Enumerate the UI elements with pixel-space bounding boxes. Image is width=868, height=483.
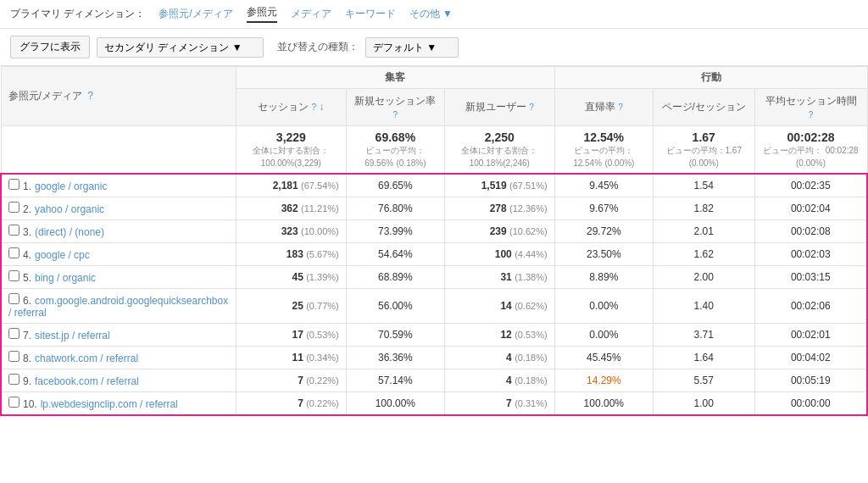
total-new-user-sub1: 全体に対する割合：: [461, 146, 537, 155]
row-checkbox[interactable]: [8, 270, 19, 281]
total-pages-per-session: 1.67: [660, 130, 748, 144]
source-link[interactable]: google / cpc: [35, 249, 90, 261]
new-user-val: 278 (12.36%): [490, 203, 548, 214]
help-session-icon[interactable]: ?: [312, 103, 317, 112]
session-val: 323 (10.00%): [281, 225, 339, 237]
session-val: 7 (0.22%): [298, 375, 339, 386]
row-number: 4.: [23, 249, 31, 261]
table-row: 2.yahoo / organic362 (11.21%)76.80%278 (…: [1, 197, 867, 220]
source-link[interactable]: facebook.com / referral: [35, 375, 139, 387]
row-checkbox[interactable]: [8, 179, 19, 190]
table-row: 10.lp.webdesignclip.com / referral7 (0.2…: [1, 392, 867, 416]
total-new-session-rate: 69.68%: [353, 130, 437, 144]
source-link[interactable]: bing / organic: [35, 272, 96, 284]
row-checkbox[interactable]: [8, 351, 19, 362]
source-link[interactable]: (direct) / (none): [35, 226, 104, 238]
toolbar: グラフに表示 セカンダリ ディメンション ▼ 並び替えの種類： デフォルト ▼: [0, 29, 868, 66]
new-user-val: 239 (10.62%): [490, 225, 548, 237]
total-session: 3,229: [243, 130, 339, 144]
total-bounce-rate: 12.54%: [562, 130, 646, 144]
source-link[interactable]: com.google.android.googlequicksearchbox …: [8, 295, 228, 319]
session-val: 17 (0.53%): [292, 329, 338, 341]
row-number: 5.: [23, 272, 31, 284]
help-bounce-rate-icon[interactable]: ?: [618, 103, 623, 112]
table-row: 5.bing / organic45 (1.39%)68.89%31 (1.38…: [1, 266, 867, 289]
source-link[interactable]: chatwork.com / referral: [35, 353, 138, 364]
total-session-sub2: 100.00%(3,229): [261, 158, 321, 168]
total-session-sub1: 全体に対する割合：: [253, 146, 329, 155]
col-header-new-session-rate[interactable]: 新規セッション率 ?: [346, 89, 444, 126]
total-new-user: 2,250: [452, 130, 548, 144]
session-val: 45 (1.39%): [292, 271, 338, 283]
bounce-rate-val: 14.29%: [587, 375, 621, 386]
col-header-pages-per-session[interactable]: ページ/セッション: [653, 89, 754, 126]
new-user-val: 12 (0.53%): [500, 329, 547, 341]
session-val: 183 (5.67%): [287, 248, 339, 260]
row-checkbox[interactable]: [8, 328, 19, 339]
col-header-session[interactable]: セッション ? ↓: [236, 89, 347, 126]
total-pages-sub2: (0.00%): [689, 158, 719, 168]
col-header-bounce-rate[interactable]: 直帰率 ?: [554, 89, 653, 126]
table-row: 9.facebook.com / referral7 (0.22%)57.14%…: [1, 369, 867, 392]
row-number: 10.: [23, 398, 37, 410]
row-number: 3.: [23, 226, 31, 238]
primary-dim-label: プライマリ ディメンション：: [10, 7, 145, 21]
total-pages-sub1: ビューの平均：1.67: [666, 146, 742, 155]
table-row: 1.google / organic2,181 (67.54%)69.65%1,…: [1, 174, 867, 197]
row-number: 2.: [23, 203, 31, 215]
row-checkbox[interactable]: [8, 293, 19, 304]
row-checkbox[interactable]: [8, 225, 19, 236]
new-user-val: 100 (4.44%): [495, 248, 548, 260]
new-user-val: 1,519 (67.51%): [481, 180, 548, 192]
row-number: 9.: [23, 375, 31, 387]
nav-more[interactable]: その他 ▼: [409, 7, 453, 21]
new-user-val: 31 (1.38%): [500, 271, 547, 283]
row-number: 7.: [23, 330, 31, 341]
new-user-val: 4 (0.18%): [506, 352, 548, 364]
total-row: 3,229 全体に対する割合： 100.00%(3,229) 69.68% ビュ…: [1, 126, 867, 175]
table-row: 4.google / cpc183 (5.67%)54.64%100 (4.44…: [1, 243, 867, 266]
source-link[interactable]: yahoo / organic: [35, 203, 104, 215]
total-avg-session-sub1: ビューの平均：: [763, 146, 822, 155]
total-bounce-rate-sub2: (0.00%): [604, 158, 634, 168]
row-number: 6.: [23, 295, 31, 307]
session-val: 25 (0.77%): [292, 300, 338, 312]
row-checkbox[interactable]: [8, 247, 19, 258]
row-checkbox[interactable]: [8, 397, 19, 408]
new-user-val: 7 (0.31%): [506, 397, 548, 409]
row-number: 8.: [23, 353, 31, 364]
col-header-new-user[interactable]: 新規ユーザー ?: [445, 89, 555, 126]
sort-type-select[interactable]: デフォルト ▼: [365, 37, 459, 58]
table-row: 8.chatwork.com / referral11 (0.34%)36.36…: [1, 347, 867, 369]
table-row: 6.com.google.android.googlequicksearchbo…: [1, 289, 867, 324]
nav-keyword[interactable]: キーワード: [345, 7, 396, 21]
sort-label: 並び替えの種類：: [277, 40, 359, 54]
secondary-dimension-select[interactable]: セカンダリ ディメンション ▼: [97, 37, 264, 58]
nav-source-media[interactable]: 参照元/メディア: [159, 7, 232, 21]
row-checkbox[interactable]: [8, 374, 19, 385]
row-checkbox[interactable]: [8, 202, 19, 213]
nav-source[interactable]: 参照元: [247, 5, 277, 23]
help-new-session-rate-icon[interactable]: ?: [393, 110, 398, 119]
help-new-user-icon[interactable]: ?: [529, 103, 534, 112]
total-new-user-sub2: 100.18%(2,246): [470, 158, 530, 168]
session-val: 7 (0.22%): [298, 397, 339, 409]
help-icon[interactable]: ?: [87, 90, 93, 102]
source-link[interactable]: sitest.jp / referral: [35, 330, 110, 341]
total-new-session-rate-sub2: (0.18%): [396, 158, 426, 168]
group-header-acquisition: 集客: [236, 67, 555, 89]
source-link[interactable]: lp.webdesignclip.com / referral: [41, 398, 178, 410]
sort-session-icon[interactable]: ↓: [320, 101, 325, 113]
session-val: 362 (11.21%): [281, 203, 339, 214]
graph-display-button[interactable]: グラフに表示: [10, 36, 90, 58]
session-val: 11 (0.34%): [292, 352, 338, 364]
table-row: 7.sitest.jp / referral17 (0.53%)70.59%12…: [1, 324, 867, 347]
new-user-val: 4 (0.18%): [506, 375, 548, 386]
col-header-source: 参照元/メディア ?: [1, 67, 236, 126]
top-nav: プライマリ ディメンション： 参照元/メディア 参照元 メディア キーワード そ…: [0, 0, 868, 29]
nav-media[interactable]: メディア: [291, 7, 331, 21]
help-avg-session-icon[interactable]: ?: [809, 110, 814, 119]
col-header-avg-session-duration[interactable]: 平均セッション時間 ?: [754, 89, 867, 126]
source-link[interactable]: google / organic: [35, 180, 107, 192]
total-avg-session: 00:02:28: [762, 130, 860, 144]
